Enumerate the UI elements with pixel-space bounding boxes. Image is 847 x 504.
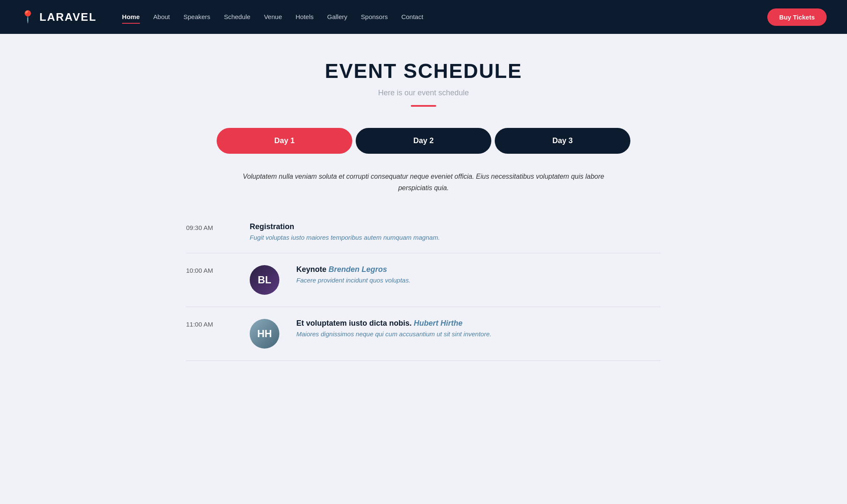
logo-text: LARAVEL	[39, 11, 97, 24]
schedule-item: 11:00 AMHHEt voluptatem iusto dicta nobi…	[186, 307, 661, 361]
logo-icon: 📍	[20, 11, 35, 23]
nav-link-gallery[interactable]: Gallery	[327, 13, 348, 22]
schedule-time: 11:00 AM	[186, 319, 233, 328]
section-divider	[411, 105, 436, 107]
section-subtitle: Here is our event schedule	[186, 89, 661, 97]
schedule-time: 10:00 AM	[186, 265, 233, 274]
schedule-event-title: Keynote Brenden Legros	[296, 265, 661, 274]
schedule-event-description: Maiores dignissimos neque qui cum accusa…	[296, 330, 661, 338]
schedule-info: Keynote Brenden LegrosFacere provident i…	[296, 265, 661, 284]
day-tab-1[interactable]: Day 1	[217, 128, 352, 154]
nav-links: HomeAboutSpeakersScheduleVenueHotelsGall…	[122, 13, 767, 21]
nav-link-speakers[interactable]: Speakers	[184, 13, 210, 22]
nav-link-sponsors[interactable]: Sponsors	[361, 13, 387, 22]
schedule-item: 09:30 AMRegistrationFugit voluptas iusto…	[186, 210, 661, 253]
nav-link-schedule[interactable]: Schedule	[224, 13, 251, 22]
schedule-item: 10:00 AMBLKeynote Brenden LegrosFacere p…	[186, 253, 661, 307]
logo-link[interactable]: 📍 LARAVEL	[20, 11, 97, 24]
main-content: EVENT SCHEDULE Here is our event schedul…	[169, 34, 678, 386]
speaker-avatar: BL	[250, 265, 279, 295]
nav-link-home[interactable]: Home	[122, 13, 140, 22]
day-tab-2[interactable]: Day 2	[356, 128, 491, 154]
schedule-info: RegistrationFugit voluptas iusto maiores…	[250, 222, 661, 241]
section-title: EVENT SCHEDULE	[186, 59, 661, 83]
speaker-avatar: HH	[250, 319, 279, 349]
nav-link-about[interactable]: About	[153, 13, 170, 22]
section-header: EVENT SCHEDULE Here is our event schedul…	[186, 59, 661, 107]
navbar: 📍 LARAVEL HomeAboutSpeakersScheduleVenue…	[0, 0, 847, 34]
nav-link-contact[interactable]: Contact	[401, 13, 424, 22]
nav-link-hotels[interactable]: Hotels	[295, 13, 314, 22]
day-tabs: Day 1Day 2Day 3	[186, 128, 661, 154]
schedule-time: 09:30 AM	[186, 222, 233, 231]
buy-tickets-button[interactable]: Buy Tickets	[767, 8, 827, 26]
nav-link-venue[interactable]: Venue	[264, 13, 282, 22]
schedule-speaker-name: Hubert Hirthe	[414, 319, 463, 327]
schedule-info: Et voluptatem iusto dicta nobis. Hubert …	[296, 319, 661, 338]
day-tab-3[interactable]: Day 3	[495, 128, 630, 154]
schedule-event-title: Registration	[250, 222, 661, 231]
schedule-event-description: Facere provident incidunt quos voluptas.	[296, 277, 661, 284]
schedule-description: Voluptatem nulla veniam soluta et corrup…	[233, 171, 614, 194]
schedule-event-description: Fugit voluptas iusto maiores temporibus …	[250, 234, 661, 241]
schedule-list: 09:30 AMRegistrationFugit voluptas iusto…	[186, 210, 661, 361]
schedule-event-title: Et voluptatem iusto dicta nobis. Hubert …	[296, 319, 661, 328]
schedule-speaker-name: Brenden Legros	[329, 265, 387, 274]
